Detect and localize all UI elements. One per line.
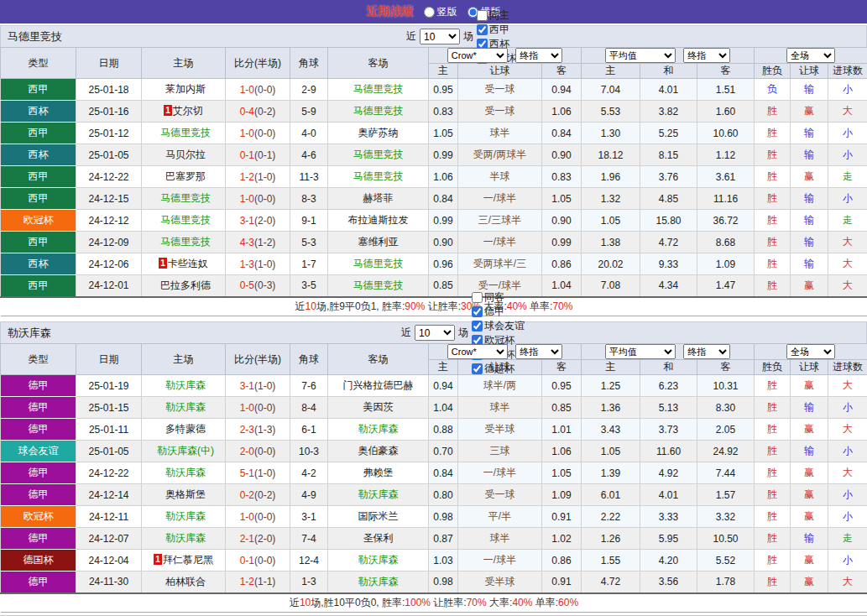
match-score: 1-2(1-0) — [226, 166, 290, 188]
subcol-handicap-line: 让球 — [458, 64, 542, 79]
subcol-avg-away: 客 — [697, 64, 755, 79]
filter-德甲[interactable]: 德甲 — [472, 305, 525, 319]
avg-home-odds: 1.32 — [582, 188, 640, 210]
avg-draw-odds: 9.33 — [640, 253, 697, 275]
filter-checkbox[interactable] — [472, 363, 483, 374]
match-score: 2-3(1-3) — [226, 419, 290, 441]
filter-checkbox[interactable] — [477, 24, 488, 35]
match-score: 1-0(0-0) — [226, 397, 290, 419]
league-badge: 西甲 — [1, 232, 76, 253]
subcol-handicap-away: 客 — [542, 64, 582, 79]
home-team: 勒沃库森 — [142, 528, 226, 550]
filter-球会友谊[interactable]: 球会友谊 — [472, 319, 525, 333]
handicap-away-odds: 1.02 — [542, 528, 582, 550]
average-stage-select[interactable]: 终指 — [683, 344, 730, 359]
handicap-result-flag: 赢 — [791, 572, 828, 593]
avg-draw-odds: 4.01 — [640, 79, 697, 101]
scope-select[interactable]: 全场 — [786, 48, 835, 63]
filter-checkbox[interactable] — [472, 321, 483, 331]
away-team-name: 勒沃库森 — [358, 554, 399, 566]
match-count-select[interactable]: 10 — [420, 29, 460, 44]
match-score: 1-0(0-0) — [226, 123, 290, 144]
bookmaker-select[interactable]: Crow* — [447, 48, 508, 63]
avg-draw-odds: 3.33 — [640, 506, 697, 528]
rank-badge-icon: 1 — [164, 105, 172, 116]
result-flag: 胜 — [755, 462, 791, 484]
away-team-name: 勒沃库森 — [358, 423, 399, 435]
match-date: 24-12-06 — [76, 253, 142, 275]
home-team: 马德里竞技 — [142, 232, 226, 253]
avg-draw-odds: 3.82 — [640, 101, 697, 123]
filter-checkbox[interactable] — [477, 10, 488, 21]
handicap-away-odds: 0.85 — [542, 397, 582, 419]
summary-segment: 让胜率: — [431, 597, 467, 608]
handicap-home-odds: 0.70 — [429, 441, 458, 462]
filter-西甲[interactable]: 西甲 — [477, 23, 520, 37]
average-select[interactable]: 平均值 — [605, 344, 676, 359]
avg-away-odds: 1.60 — [697, 101, 755, 123]
scope-select[interactable]: 全场 — [786, 344, 835, 359]
away-team: 马德里竞技 — [328, 253, 429, 275]
goals-result-flag: 小 — [828, 506, 867, 528]
subcol-goals-result: 进球数 — [828, 360, 867, 375]
handicap-away-odds: 0.90 — [542, 210, 582, 232]
home-team: 勒沃库森 — [142, 397, 226, 419]
average-select[interactable]: 平均值 — [605, 48, 676, 63]
avg-home-odds: 1.96 — [582, 166, 640, 188]
fulltime-score: 1-2 — [240, 171, 254, 183]
bookmaker-select[interactable]: Crow* — [447, 344, 508, 359]
avg-draw-odds: 11.60 — [640, 441, 697, 462]
subcol-handicap-result: 让球 — [791, 360, 828, 375]
match-row: 西甲 24-12-15 马德里竞技 1-0(0-0) 8-3 赫塔菲 0.84 … — [1, 188, 867, 210]
home-team-name: 柏林联合 — [165, 576, 206, 587]
handicap-stage-select[interactable]: 终指 — [515, 344, 562, 359]
avg-away-odds: 3.32 — [697, 506, 755, 528]
league-badge: 欧冠杯 — [1, 506, 76, 528]
avg-away-odds: 1.09 — [697, 253, 755, 275]
match-score: 0-1(0-1) — [226, 144, 290, 166]
goals-result-flag: 大 — [828, 232, 867, 253]
col-score: 比分(半场) — [226, 48, 290, 79]
match-date: 25-01-05 — [76, 441, 142, 462]
filter-同客[interactable]: 同客 — [472, 290, 525, 305]
home-team-name: 勒沃库森 — [165, 379, 206, 391]
halftime-score: (1-0) — [254, 258, 275, 270]
average-stage-select[interactable]: 终指 — [683, 48, 730, 63]
handicap-away-odds: 0.86 — [542, 550, 582, 572]
handicap-line: 平/半 — [458, 506, 542, 528]
handicap-result-flag: 赢 — [791, 166, 828, 188]
summary-segment: 近 — [295, 300, 306, 312]
fulltime-score: 0-1 — [240, 149, 254, 161]
filter-checkbox[interactable] — [472, 306, 483, 317]
halftime-score: (0-0) — [254, 128, 275, 139]
goals-result-flag: 走 — [828, 166, 867, 188]
match-count-select[interactable]: 10 — [415, 325, 455, 341]
goals-result-flag: 大 — [828, 572, 867, 593]
col-date: 日期 — [76, 344, 142, 375]
handicap-result-flag: 赢 — [791, 419, 828, 441]
match-date: 25-01-12 — [76, 123, 142, 144]
halftime-score: (1-2) — [254, 237, 275, 248]
summary-segment: 场,胜10平0负0, 胜率: — [311, 597, 405, 608]
match-score: 0-5(0-3) — [226, 275, 290, 297]
match-row: 西甲 25-01-18 莱加内斯 1-0(0-0) 2-9 马德里竞技 0.95… — [1, 79, 867, 101]
halftime-score: (1-0) — [254, 467, 275, 479]
filter-checkbox[interactable] — [472, 292, 483, 303]
handicap-line: 三/三球半 — [458, 210, 542, 232]
handicap-stage-select[interactable]: 终指 — [515, 48, 562, 63]
away-team: 奥伯豪森 — [328, 441, 429, 462]
halftime-score: (0-0) — [254, 84, 275, 96]
goals-result-flag: 大 — [828, 275, 867, 297]
handicap-away-odds: 0.95 — [542, 375, 582, 397]
away-team-name: 弗赖堡 — [363, 467, 394, 478]
handicap-away-odds: 0.84 — [542, 123, 582, 144]
avg-draw-odds: 4.20 — [640, 550, 697, 572]
fulltime-score: 1-0 — [240, 402, 254, 414]
subcol-avg-draw: 和 — [640, 360, 697, 375]
home-team-name: 马贝尔拉 — [165, 149, 206, 160]
match-row: 德甲 25-01-11 多特蒙德 2-3(1-3) 6-1 勒沃库森 0.88 … — [1, 419, 867, 441]
handicap-line: 受半球 — [458, 572, 542, 593]
corner-score: 8-3 — [290, 188, 328, 210]
filter-同主[interactable]: 同主 — [477, 8, 520, 23]
avg-home-odds: 7.04 — [582, 79, 640, 101]
